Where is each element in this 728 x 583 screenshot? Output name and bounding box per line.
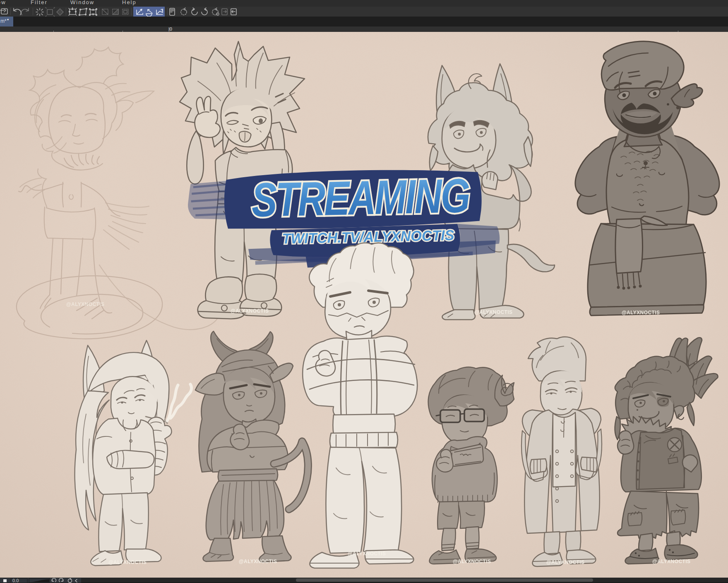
svg-text:@ALYXNOCTIS: @ALYXNOCTIS <box>453 559 491 564</box>
svg-text:@ALYXNOCTIS: @ALYXNOCTIS <box>239 559 277 564</box>
svg-text:@ALYXNOCTIS: @ALYXNOCTIS <box>622 310 660 316</box>
svg-text:@ALYXNOCTIS: @ALYXNOCTIS <box>652 559 690 564</box>
svg-text:@ALYXNOCTIS: @ALYXNOCTIS <box>108 559 147 565</box>
svg-text:STREAMING: STREAMING <box>251 169 470 227</box>
svg-text:@ALYXNOCTIS: @ALYXNOCTIS <box>546 559 584 565</box>
svg-text:@ALYXNOCTIS: @ALYXNOCTIS <box>474 309 512 315</box>
svg-text:@ALYXNOCTIS: @ALYXNOCTIS <box>66 301 104 307</box>
svg-text:@ALYXNOCTIS: @ALYXNOCTIS <box>348 551 386 556</box>
svg-text:0.0: 0.0 <box>12 578 19 583</box>
svg-text:@ALYXNOCTIS: @ALYXNOCTIS <box>231 308 269 314</box>
